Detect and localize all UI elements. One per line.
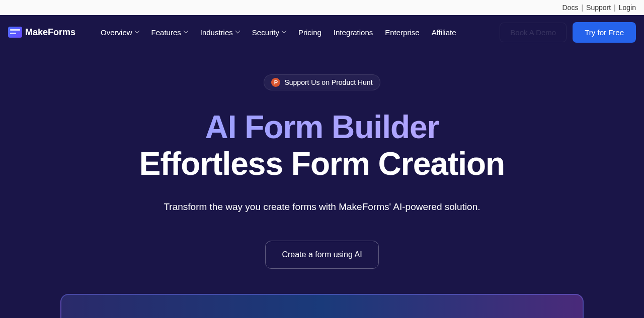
nav-industries[interactable]: Industries [200, 28, 240, 37]
logo-icon [8, 27, 22, 38]
logo[interactable]: MakeForms [8, 27, 75, 38]
product-hunt-text: Support Us on Product Hunt [284, 78, 372, 86]
nav-features[interactable]: Features [151, 28, 188, 37]
nav-overview-label: Overview [101, 28, 132, 37]
nav-actions: Book A Demo Try for Free [500, 22, 636, 43]
support-link[interactable]: Support [586, 4, 611, 12]
nav-integrations[interactable]: Integrations [334, 28, 373, 37]
nav-features-label: Features [151, 28, 181, 37]
product-hunt-icon: P [271, 78, 280, 87]
hero-content: P Support Us on Product Hunt AI Form Bui… [0, 49, 644, 269]
create-form-ai-button[interactable]: Create a form using AI [265, 241, 378, 269]
try-free-button[interactable]: Try for Free [573, 22, 636, 43]
nav-menu: Overview Features Industries Security Pr… [101, 28, 456, 37]
chevron-down-icon [135, 30, 139, 34]
top-utility-bar: Docs | Support | Login [0, 0, 644, 15]
nav-affiliate[interactable]: Affiliate [432, 28, 456, 37]
login-link[interactable]: Login [619, 4, 636, 12]
main-hero-section: MakeForms Overview Features Industries S… [0, 15, 644, 318]
hero-title-main: Effortless Form Creation [0, 145, 644, 183]
nav-security[interactable]: Security [252, 28, 286, 37]
separator: | [614, 4, 616, 12]
nav-industries-label: Industries [200, 28, 233, 37]
nav-enterprise[interactable]: Enterprise [385, 28, 419, 37]
separator: | [581, 4, 583, 12]
logo-text: MakeForms [25, 27, 75, 38]
nav-affiliate-label: Affiliate [432, 28, 456, 37]
nav-security-label: Security [252, 28, 279, 37]
hero-subtitle: Transform the way you create forms with … [0, 201, 644, 213]
book-demo-button[interactable]: Book A Demo [500, 23, 567, 42]
preview-panel [60, 294, 584, 318]
nav-integrations-label: Integrations [334, 28, 373, 37]
hero-title-gradient: AI Form Builder [0, 110, 644, 145]
chevron-down-icon [184, 30, 188, 34]
nav-pricing[interactable]: Pricing [298, 28, 321, 37]
chevron-down-icon [236, 30, 240, 34]
chevron-down-icon [282, 30, 286, 34]
nav-pricing-label: Pricing [298, 28, 321, 37]
product-hunt-badge[interactable]: P Support Us on Product Hunt [264, 74, 380, 90]
main-navbar: MakeForms Overview Features Industries S… [0, 15, 644, 49]
nav-enterprise-label: Enterprise [385, 28, 419, 37]
docs-link[interactable]: Docs [562, 4, 579, 12]
nav-overview[interactable]: Overview [101, 28, 139, 37]
